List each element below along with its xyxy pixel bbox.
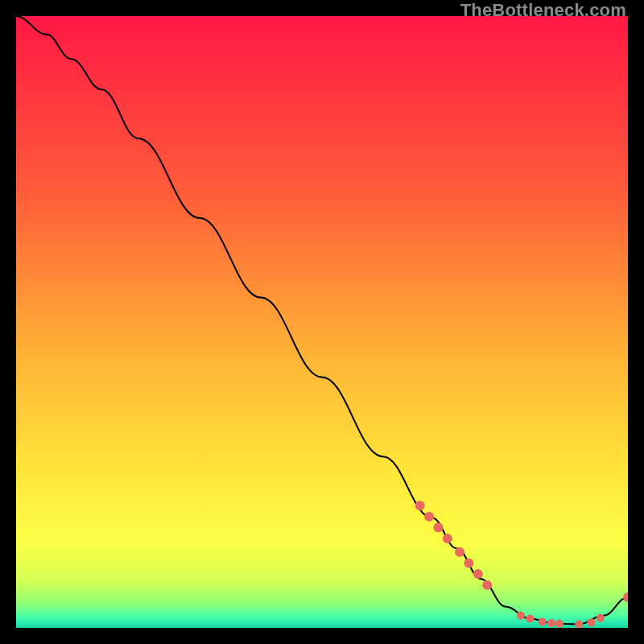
- plot-area: [16, 16, 628, 628]
- chart-root: TheBottleneck.com: [0, 0, 644, 644]
- svg-rect-0: [16, 16, 628, 628]
- heatmap-gradient: [16, 16, 628, 628]
